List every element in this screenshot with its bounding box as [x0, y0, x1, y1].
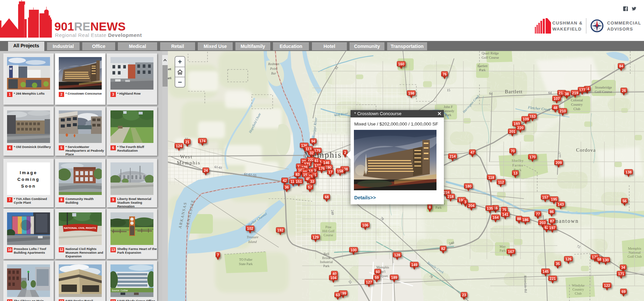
svg-text:John F: John F	[444, 105, 453, 109]
svg-text:Bartlett: Bartlett	[505, 89, 523, 94]
svg-text:Stonebridge: Stonebridge	[595, 86, 612, 89]
svg-text:Bar: Bar	[271, 71, 276, 75]
svg-text:ari: ari	[168, 76, 171, 80]
svg-text:Club: Club	[573, 107, 580, 111]
svg-text:Quail Ridge: Quail Ridge	[481, 51, 499, 55]
svg-text:Cordova: Cordova	[576, 147, 596, 153]
svg-text:Hill Golf: Hill Golf	[322, 229, 335, 233]
svg-text:Soon: Soon	[21, 184, 36, 189]
svg-text:Park: Park	[479, 68, 486, 72]
svg-text:Bell: Bell	[324, 252, 329, 256]
svg-text:M: M	[9, 67, 12, 70]
svg-text:Country: Country	[572, 288, 584, 291]
svg-text:May: May	[500, 245, 506, 248]
svg-text:Shelby: Shelby	[512, 158, 524, 162]
svg-text:Image: Image	[20, 170, 38, 175]
svg-text:Golf Course: Golf Course	[595, 90, 612, 94]
svg-text:64: 64	[489, 92, 493, 95]
svg-text:Park: Park	[435, 206, 442, 209]
svg-text:CUSHMAN &: CUSHMAN &	[552, 20, 583, 26]
svg-text:Pine: Pine	[325, 225, 331, 229]
svg-text:Windyke: Windyke	[572, 284, 585, 287]
svg-text:Country: Country	[571, 103, 583, 106]
svg-text:Course: Course	[324, 233, 333, 237]
svg-text:Park: Park	[445, 113, 451, 117]
svg-text:Redman: Redman	[268, 62, 279, 66]
svg-text:Golf Club: Golf Club	[628, 255, 642, 258]
svg-text:Memphis: Memphis	[177, 160, 201, 165]
svg-text:Point: Point	[270, 67, 277, 70]
svg-text:State Park: State Park	[239, 262, 253, 266]
svg-text:Riverdale-Rd: Riverdale-Rd	[523, 275, 527, 293]
svg-text:COMMERCIAL: COMMERCIAL	[607, 20, 641, 26]
svg-text:Farms: Farms	[512, 163, 523, 167]
svg-text:Bartlett: Bartlett	[477, 64, 488, 68]
svg-text:Brook: Brook	[322, 256, 331, 260]
svg-text:15: 15	[447, 88, 450, 92]
svg-text:NATIONAL CIVIL RIGHTS: NATIONAL CIVIL RIGHTS	[64, 227, 96, 230]
svg-text:Treasure: Treasure	[247, 235, 259, 239]
svg-text:Industrial: Industrial	[320, 260, 333, 264]
svg-text:-177: -177	[558, 151, 562, 158]
svg-text:National: National	[629, 251, 641, 254]
svg-text:WAKEFIELD: WAKEFIELD	[552, 27, 582, 32]
svg-text:Coming: Coming	[17, 177, 40, 182]
svg-text:Golf Course: Golf Course	[481, 56, 499, 59]
svg-text:Park: Park	[323, 264, 329, 268]
svg-text:Colonial: Colonial	[571, 98, 583, 102]
svg-text:Park: Park	[500, 249, 506, 252]
svg-text:Source: CoStar: Source: CoStar	[112, 289, 128, 292]
svg-text:Memphis: Memphis	[628, 247, 641, 250]
svg-text:Kennedy: Kennedy	[442, 109, 454, 113]
svg-text:set: set	[168, 67, 171, 71]
svg-text:TO Fuller: TO Fuller	[239, 258, 252, 261]
svg-text:West: West	[180, 154, 193, 159]
svg-text:Club: Club	[575, 292, 582, 295]
svg-text:ADVISORS: ADVISORS	[607, 27, 633, 32]
svg-text:64: 64	[548, 91, 552, 95]
svg-text:240: 240	[330, 210, 334, 215]
svg-text:Island: Island	[248, 240, 257, 244]
